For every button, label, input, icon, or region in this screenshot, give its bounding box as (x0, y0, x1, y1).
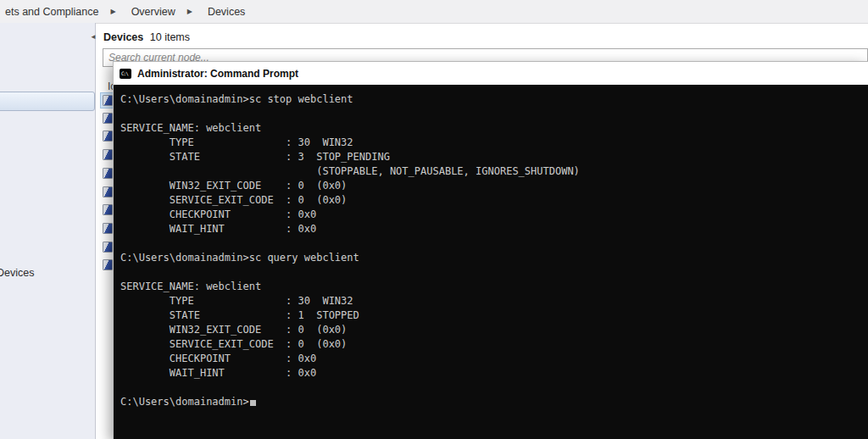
console-area[interactable]: C:\Users\domainadmin>sc stop webclient S… (114, 85, 868, 439)
device-icon (103, 95, 113, 106)
device-icon (103, 168, 113, 179)
nav-selected-item[interactable] (0, 92, 95, 111)
device-icon (103, 223, 113, 234)
collapse-pane-button[interactable]: ◄ (88, 32, 98, 42)
device-icon (103, 131, 113, 142)
cmd-icon: C:\ (120, 69, 131, 79)
breadcrumb: ets and Compliance ▶ Overview ▶ Devices (0, 0, 868, 24)
app-window: ets and Compliance ▶ Overview ▶ Devices … (0, 0, 868, 439)
device-icon (103, 204, 113, 215)
device-icon (103, 242, 113, 253)
breadcrumb-separator-icon: ▶ (179, 8, 204, 15)
breadcrumb-item-overview[interactable]: Overview (128, 6, 179, 18)
device-icon (103, 149, 113, 160)
page-title: Devices 10 items (103, 31, 190, 43)
chevron-left-icon: ◄ (90, 33, 97, 41)
device-icon (103, 259, 113, 270)
breadcrumb-separator-icon: ▶ (102, 8, 127, 15)
console-text: C:\Users\domainadmin>sc stop webclient S… (120, 93, 580, 408)
console-output: C:\Users\domainadmin>sc stop webclient S… (114, 85, 868, 409)
device-icon (103, 186, 113, 197)
console-cursor (250, 400, 256, 406)
command-prompt-window: C:\ Administrator: Command Prompt C:\Use… (113, 61, 868, 439)
sidebar-item-devices[interactable]: Devices (0, 267, 34, 279)
page-title-count: 10 items (150, 31, 190, 43)
device-icon (103, 113, 113, 124)
navigation-pane: Devices (0, 23, 96, 439)
cmd-titlebar[interactable]: C:\ Administrator: Command Prompt (114, 62, 868, 85)
breadcrumb-item-devices[interactable]: Devices (204, 6, 248, 18)
breadcrumb-item-assets-and-compliance[interactable]: ets and Compliance (2, 6, 102, 18)
cmd-window-title: Administrator: Command Prompt (137, 68, 298, 80)
page-title-node: Devices (103, 31, 143, 43)
